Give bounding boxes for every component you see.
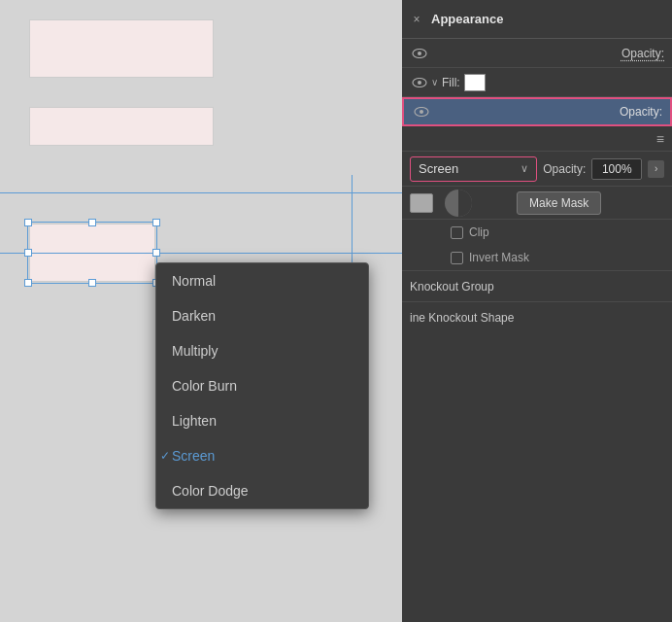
fill-color-swatch[interactable] xyxy=(464,74,486,91)
canvas-rect-2 xyxy=(29,107,214,146)
knockout-group-row: Knockout Group xyxy=(402,270,672,301)
handle-tl xyxy=(24,219,32,226)
blend-mode-dropdown-menu: Normal Darken Multiply Color Burn Lighte… xyxy=(155,262,369,509)
opacity-arrow-button[interactable]: › xyxy=(648,160,664,178)
opacity-highlighted-row: Opacity: xyxy=(402,97,672,126)
opacity-label: Opacity: xyxy=(622,47,664,60)
dropdown-item-colordodge-label: Color Dodge xyxy=(172,483,249,499)
canvas-rect-1 xyxy=(29,19,214,78)
opacity-row: Opacity: xyxy=(402,39,672,68)
svg-point-1 xyxy=(418,52,421,55)
blend-mode-dropdown[interactable]: Screen ∨ xyxy=(410,156,537,182)
dropdown-item-normal[interactable]: Normal xyxy=(156,263,368,298)
knockout-group-label: Knockout Group xyxy=(410,280,494,294)
opacity-small-label: Opacity: xyxy=(543,162,586,176)
dropdown-item-multiply[interactable]: Multiply xyxy=(156,333,368,368)
selection-box xyxy=(27,222,157,284)
clip-checkbox[interactable] xyxy=(451,226,463,239)
handle-bl xyxy=(24,279,32,287)
dropdown-item-multiply-label: Multiply xyxy=(172,343,218,359)
clip-label: Clip xyxy=(469,225,489,239)
svg-point-3 xyxy=(418,81,421,85)
dropdown-item-darken[interactable]: Darken xyxy=(156,298,368,333)
handle-mr xyxy=(152,249,160,257)
opacity-input[interactable] xyxy=(591,158,642,180)
define-knockout-row: ine Knockout Shape xyxy=(402,301,672,332)
dropdown-check-icon: ✓ xyxy=(160,449,170,463)
mask-circle-shape xyxy=(445,190,472,217)
appearance-panel: × Appearance Opacity: ∨ Fill: xyxy=(402,0,672,622)
make-mask-row: Make Mask xyxy=(402,187,672,220)
blend-dropdown-arrow-icon: ∨ xyxy=(521,162,528,175)
handle-tr xyxy=(152,219,160,226)
dropdown-item-darken-label: Darken xyxy=(172,308,216,324)
dropdown-item-lighten[interactable]: Lighten xyxy=(156,403,368,438)
fill-chevron[interactable]: ∨ xyxy=(431,77,438,87)
dropdown-item-colorburn-label: Color Burn xyxy=(172,378,237,394)
define-knockout-label: ine Knockout Shape xyxy=(410,311,514,325)
dropdown-item-lighten-label: Lighten xyxy=(172,413,217,429)
eye-icon-opacity2[interactable] xyxy=(412,102,431,121)
fill-row: ∨ Fill: xyxy=(402,68,672,97)
eye-icon-opacity[interactable] xyxy=(410,44,429,63)
dropdown-item-normal-label: Normal xyxy=(172,273,216,289)
panel-menu-icon[interactable]: ≡ xyxy=(656,131,664,147)
clip-row: Clip xyxy=(402,220,672,245)
panel-title: Appearance xyxy=(431,12,503,26)
eye-icon-fill[interactable] xyxy=(410,73,429,92)
blend-mode-row: Screen ∨ Opacity: › xyxy=(402,152,672,187)
guide-line-h1 xyxy=(0,192,403,193)
dropdown-item-colorburn[interactable]: Color Burn xyxy=(156,368,368,403)
dropdown-item-colordodge[interactable]: Color Dodge xyxy=(156,473,368,508)
fill-label: Fill: xyxy=(442,76,460,89)
panel-close-button[interactable]: × xyxy=(410,13,423,26)
svg-point-5 xyxy=(420,110,423,114)
menu-icon-row: ≡ xyxy=(402,126,672,152)
dropdown-item-screen-label: Screen xyxy=(172,448,215,464)
panel-header: × Appearance xyxy=(402,0,672,39)
handle-bm xyxy=(88,279,96,287)
make-mask-button[interactable]: Make Mask xyxy=(517,191,601,215)
dropdown-item-screen[interactable]: ✓ Screen xyxy=(156,438,368,473)
opacity-highlighted-label: Opacity: xyxy=(620,105,662,119)
handle-tm xyxy=(88,219,96,226)
handle-ml xyxy=(24,249,32,257)
invert-mask-checkbox[interactable] xyxy=(451,252,463,264)
invert-mask-label: Invert Mask xyxy=(469,251,529,264)
blend-mode-value: Screen xyxy=(419,161,458,176)
invert-mask-row: Invert Mask xyxy=(402,245,672,270)
mask-swatch xyxy=(410,193,433,213)
